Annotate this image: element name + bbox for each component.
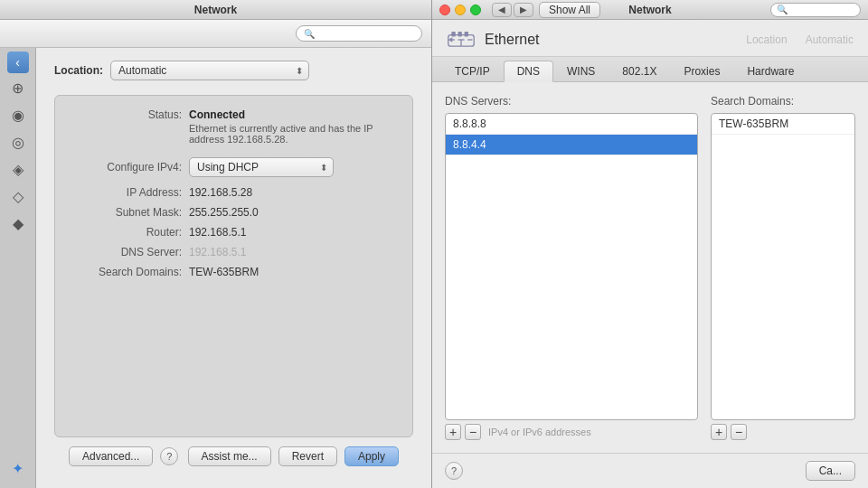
right-help-button[interactable]: ?	[445, 462, 463, 480]
tab-wins[interactable]: WINS	[553, 61, 609, 81]
add-search-domain-button[interactable]: +	[711, 424, 727, 440]
dns-label: DNS Server:	[73, 246, 182, 258]
advanced-button[interactable]: Advanced...	[69, 446, 153, 466]
sidebar-icon-2[interactable]: ◉	[5, 102, 31, 127]
dns-content: DNS Servers: 8.8.8.8 8.8.4.4 + − IPv4 or…	[432, 82, 868, 453]
minimize-button[interactable]	[455, 5, 466, 15]
right-titlebar: ◀ ▶ Show All Network 🔍	[432, 0, 868, 20]
back-button[interactable]: ◀	[492, 3, 512, 17]
remove-dns-server-button[interactable]: −	[465, 424, 481, 440]
configure-row: Configure IPv4: Using DHCP ⬍	[73, 157, 394, 177]
ip-row: IP Address: 192.168.5.28	[73, 186, 394, 199]
left-network-panel: Network 🔍 ‹ ⊕ ◉ ◎ ◈ ◇ ◆ ✦ Location: Auto…	[0, 0, 432, 488]
dns-server-item-1[interactable]: 8.8.8.8	[446, 114, 697, 135]
dns-servers-controls: + − IPv4 or IPv6 addresses	[445, 424, 698, 440]
configure-select-value: Using DHCP	[197, 161, 259, 174]
location-tabs: Location Automatic	[746, 33, 854, 46]
left-titlebar: Network	[0, 0, 431, 20]
left-bottom-left: Advanced... ?	[69, 446, 178, 466]
tab-proxies[interactable]: Proxies	[670, 61, 733, 81]
search-domains-list: TEW-635BRM	[711, 113, 855, 420]
tab-dns[interactable]: DNS	[504, 61, 553, 82]
status-value-group: Connected Ethernet is currently active a…	[189, 108, 373, 145]
left-toolbar: 🔍	[0, 20, 431, 48]
left-search-input[interactable]: 🔍	[296, 25, 422, 42]
left-main-content: ‹ ⊕ ◉ ◎ ◈ ◇ ◆ ✦ Location: Automatic ⬍ St…	[0, 48, 431, 488]
cancel-button[interactable]: Ca...	[806, 461, 855, 481]
search-domains-controls: + −	[711, 424, 855, 440]
nav-buttons: ◀ ▶	[492, 3, 533, 17]
right-search-icon: 🔍	[777, 5, 788, 14]
right-network-panel: ◀ ▶ Show All Network 🔍 Ethernet	[432, 0, 868, 488]
tabs-bar: TCP/IP DNS WINS 802.1X Proxies Hardware	[432, 57, 868, 82]
left-search-icon: 🔍	[304, 29, 315, 39]
automatic-tab: Automatic	[806, 33, 854, 46]
assist-button[interactable]: Assist me...	[188, 446, 271, 466]
subnet-value: 255.255.255.0	[189, 206, 259, 219]
sidebar-icon-4[interactable]: ◈	[5, 156, 31, 182]
svg-rect-2	[458, 32, 461, 36]
status-description: Ethernet is currently active and has the…	[189, 123, 373, 145]
dns-servers-label: DNS Servers:	[445, 95, 698, 108]
sidebar-icon-6[interactable]: ◆	[5, 211, 31, 236]
show-all-button[interactable]: Show All	[539, 2, 600, 18]
maximize-button[interactable]	[470, 5, 481, 15]
left-bottom-buttons: Advanced... ? Assist me... Revert Apply	[54, 437, 413, 475]
apply-button[interactable]: Apply	[344, 446, 399, 466]
search-domains-label-right: Search Domains:	[711, 95, 855, 108]
search-domains-section: Search Domains: TEW-635BRM + −	[711, 95, 855, 440]
ip-value: 192.168.5.28	[189, 186, 252, 199]
sidebar-icon-1[interactable]: ⊕	[5, 75, 31, 100]
location-select[interactable]: Automatic ⬍	[110, 61, 309, 80]
ethernet-name: Ethernet	[485, 32, 539, 48]
ethernet-header: Ethernet Location Automatic	[432, 20, 868, 57]
right-action-buttons: Ca...	[806, 461, 855, 481]
status-value: Connected	[189, 108, 373, 121]
help-button[interactable]: ?	[160, 447, 178, 465]
tab-tcpip[interactable]: TCP/IP	[441, 61, 504, 81]
router-row: Router: 192.168.5.1	[73, 226, 394, 239]
search-domain-item-1[interactable]: TEW-635BRM	[712, 114, 854, 135]
status-row: Status: Connected Ethernet is currently …	[73, 108, 394, 145]
ip-label: IP Address:	[73, 186, 182, 199]
right-window-title: Network	[628, 4, 671, 16]
tab-8021x[interactable]: 802.1X	[609, 61, 670, 81]
subnet-label: Subnet Mask:	[73, 206, 182, 219]
revert-button[interactable]: Revert	[278, 446, 337, 466]
location-row: Location: Automatic ⬍	[54, 61, 413, 80]
dns-hint: IPv4 or IPv6 addresses	[488, 427, 591, 437]
remove-search-domain-button[interactable]: −	[731, 424, 747, 440]
info-box: Status: Connected Ethernet is currently …	[54, 95, 413, 437]
close-button[interactable]	[439, 5, 450, 15]
left-sidebar: ‹ ⊕ ◉ ◎ ◈ ◇ ◆ ✦	[0, 48, 36, 488]
right-bottom: ? Ca...	[432, 453, 868, 488]
search-domains-row: Search Domains: TEW-635BRM	[73, 266, 394, 278]
configure-label: Configure IPv4:	[73, 161, 182, 174]
svg-rect-3	[465, 32, 468, 36]
traffic-lights	[439, 5, 481, 15]
sidebar-arrow-icon[interactable]: ‹	[7, 52, 29, 73]
dns-server-item-2[interactable]: 8.8.4.4	[446, 135, 697, 155]
dns-servers-list: 8.8.8.8 8.8.4.4	[445, 113, 698, 420]
location-tab: Location	[746, 33, 787, 46]
sidebar-bluetooth-icon[interactable]: ✦	[5, 455, 31, 481]
ethernet-icon	[447, 29, 476, 51]
status-label: Status:	[73, 108, 182, 121]
location-label: Location:	[54, 64, 103, 77]
search-domains-value: TEW-635BRM	[189, 266, 259, 278]
right-search-input[interactable]: 🔍	[770, 3, 861, 17]
router-value: 192.168.5.1	[189, 226, 246, 239]
forward-button[interactable]: ▶	[514, 3, 533, 17]
ethernet-svg-icon	[447, 27, 476, 52]
add-dns-server-button[interactable]: +	[445, 424, 461, 440]
sidebar-icon-5[interactable]: ◇	[5, 183, 31, 209]
dns-servers-section: DNS Servers: 8.8.8.8 8.8.4.4 + − IPv4 or…	[445, 95, 698, 440]
left-bottom-right: Assist me... Revert Apply	[188, 446, 399, 466]
configure-select[interactable]: Using DHCP ⬍	[189, 157, 334, 177]
location-select-arrow: ⬍	[296, 66, 303, 76]
tab-hardware[interactable]: Hardware	[733, 61, 807, 81]
sidebar-icon-3[interactable]: ◎	[5, 129, 31, 155]
configure-select-arrow: ⬍	[320, 163, 327, 173]
dns-row: DNS Server: 192.168.5.1	[73, 246, 394, 258]
router-label: Router:	[73, 226, 182, 239]
